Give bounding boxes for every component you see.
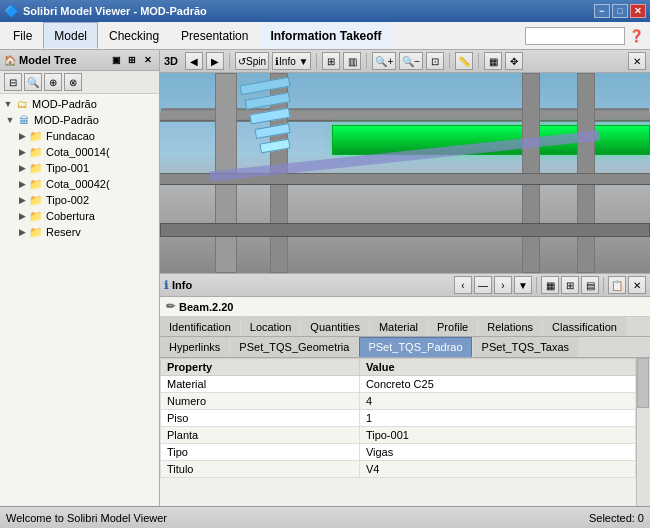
pan-btn[interactable]: ✥ [505, 52, 523, 70]
menu-model[interactable]: Model [43, 22, 98, 49]
prop-cell-value: 1 [359, 410, 635, 427]
sep4 [449, 53, 450, 69]
info-col-btn[interactable]: ▤ [581, 276, 599, 294]
info-toolbar: ℹ Info ‹ — › ▼ ▦ ⊞ ▤ 📋 ✕ [160, 274, 650, 297]
help-icon[interactable]: ❓ [629, 29, 644, 43]
element-label-row: ✏ Beam.2.20 [160, 297, 650, 317]
tree-item-cota2[interactable]: ▶ 📁 Cota_00042( [0, 176, 159, 192]
prop-cell-property: Material [161, 376, 360, 393]
expander-root: ▼ [2, 99, 14, 109]
viewer-3d-panel[interactable] [160, 73, 650, 273]
info-prev-btn[interactable]: ‹ [454, 276, 472, 294]
tree-item-reserv[interactable]: ▶ 📁 Reserv [0, 224, 159, 240]
info-down-btn[interactable]: ▼ [514, 276, 532, 294]
tab-quantities[interactable]: Quantities [301, 317, 369, 336]
info-grid-btn[interactable]: ▦ [541, 276, 559, 294]
nav-fwd-btn[interactable]: ▶ [206, 52, 224, 70]
view-mode-btn[interactable]: ▥ [343, 52, 361, 70]
sidebar-close-icon[interactable]: ✕ [141, 53, 155, 67]
zoom-fit-btn[interactable]: ⊡ [426, 52, 444, 70]
prop-cell-value: 4 [359, 393, 635, 410]
search-input[interactable] [525, 27, 625, 45]
sidebar: 🏠 Model Tree ▣ ⊞ ✕ ⊟ 🔍 ⊕ ⊗ ▼ 🗂 MOD-Padrã… [0, 50, 160, 506]
tab-classification[interactable]: Classification [543, 317, 626, 336]
menu-bar: File Model Checking Presentation Informa… [0, 22, 650, 50]
sidebar-add-btn[interactable]: ⊕ [44, 73, 62, 91]
tab-identification[interactable]: Identification [160, 317, 240, 336]
tree-item-tipo002[interactable]: ▶ 📁 Tipo-002 [0, 192, 159, 208]
scene-overlay [160, 73, 650, 273]
prop-cell-property: Planta [161, 427, 360, 444]
scrollbar[interactable] [636, 358, 650, 506]
tab-material[interactable]: Material [370, 317, 427, 336]
view-full-btn[interactable]: ⊞ [322, 52, 340, 70]
tree-label-cota2: Cota_00042( [46, 178, 157, 190]
tree-label-fundacao: Fundacao [46, 130, 157, 142]
title-bar-left: 🔷 Solibri Model Viewer - MOD-Padrão [4, 4, 207, 18]
spin-btn[interactable]: ↺ Spin [235, 52, 269, 70]
tipo001-icon: 📁 [28, 161, 44, 175]
sidebar-del-btn[interactable]: ⊗ [64, 73, 82, 91]
info-export-btn[interactable]: 📋 [608, 276, 626, 294]
fundacao-icon: 📁 [28, 129, 44, 143]
expander-cobertura: ▶ [16, 211, 28, 221]
measure-btn[interactable]: 📏 [455, 52, 473, 70]
info-next-btn[interactable]: › [494, 276, 512, 294]
prop-cell-property: Tipo [161, 444, 360, 461]
main-layout: 🏠 Model Tree ▣ ⊞ ✕ ⊟ 🔍 ⊕ ⊗ ▼ 🗂 MOD-Padrã… [0, 50, 650, 506]
zoom-in-btn[interactable]: 🔍+ [372, 52, 396, 70]
grid-btn[interactable]: ▦ [484, 52, 502, 70]
viewer-close-btn[interactable]: ✕ [628, 52, 646, 70]
tree-item-root[interactable]: ▼ 🗂 MOD-Padrão [0, 96, 159, 112]
tab-relations[interactable]: Relations [478, 317, 542, 336]
info-close-btn[interactable]: ✕ [628, 276, 646, 294]
close-button[interactable]: ✕ [630, 4, 646, 18]
status-text: Welcome to Solibri Model Viewer [6, 512, 167, 524]
menu-information-takeoff[interactable]: Information Takeoff [259, 22, 392, 49]
slab-lower [160, 223, 650, 237]
tree-item-cota1[interactable]: ▶ 📁 Cota_00014( [0, 144, 159, 160]
sidebar-expand-icon[interactable]: ⊞ [125, 53, 139, 67]
minimize-button[interactable]: − [594, 4, 610, 18]
info-table-btn[interactable]: ⊞ [561, 276, 579, 294]
expander-cota1: ▶ [16, 147, 28, 157]
tree-label-tipo001: Tipo-001 [46, 162, 157, 174]
cota1-icon: 📁 [28, 145, 44, 159]
info-dash-btn: — [474, 276, 492, 294]
info-title: Info [172, 279, 454, 291]
menu-presentation[interactable]: Presentation [170, 22, 259, 49]
tree-item-model[interactable]: ▼ 🏛 MOD-Padrão [0, 112, 159, 128]
sidebar-filter-btn[interactable]: ⊟ [4, 73, 22, 91]
tree-item-fundacao[interactable]: ▶ 📁 Fundacao [0, 128, 159, 144]
right-panel: 3D ◀ ▶ ↺ Spin ℹ Info ▼ ⊞ ▥ 🔍+ 🔍− ⊡ 📏 ▦ ✥… [160, 50, 650, 506]
status-right: Selected: 0 [589, 512, 644, 524]
sidebar-collapse-icon[interactable]: ▣ [109, 53, 123, 67]
prop-cell-value: V4 [359, 461, 635, 478]
tab-profile[interactable]: Profile [428, 317, 477, 336]
sep3 [366, 53, 367, 69]
sep5 [478, 53, 479, 69]
nav-back-btn[interactable]: ◀ [185, 52, 203, 70]
zoom-out-btn[interactable]: 🔍− [399, 52, 423, 70]
tab-pset-geometria[interactable]: PSet_TQS_Geometria [230, 337, 358, 357]
model-icon: 🏛 [16, 113, 32, 127]
tree-label-cobertura: Cobertura [46, 210, 157, 222]
tab-location[interactable]: Location [241, 317, 301, 336]
sidebar-search-btn[interactable]: 🔍 [24, 73, 42, 91]
expander-cota2: ▶ [16, 179, 28, 189]
properties-table: Property Value MaterialConcreto C25Numer… [160, 358, 636, 478]
home-icon: 🏠 [4, 55, 16, 66]
maximize-button[interactable]: □ [612, 4, 628, 18]
tab-pset-padrao[interactable]: PSet_TQS_Padrao [359, 337, 471, 357]
tree-item-tipo001[interactable]: ▶ 📁 Tipo-001 [0, 160, 159, 176]
prop-table: Property Value MaterialConcreto C25Numer… [160, 358, 636, 506]
tab-hyperlinks[interactable]: Hyperlinks [160, 337, 229, 357]
viewer-toolbar: 3D ◀ ▶ ↺ Spin ℹ Info ▼ ⊞ ▥ 🔍+ 🔍− ⊡ 📏 ▦ ✥… [160, 50, 650, 73]
tipo002-icon: 📁 [28, 193, 44, 207]
tree-item-cobertura[interactable]: ▶ 📁 Cobertura [0, 208, 159, 224]
tab-pset-taxas[interactable]: PSet_TQS_Taxas [473, 337, 578, 357]
info-btn[interactable]: ℹ Info ▼ [272, 52, 311, 70]
menu-checking[interactable]: Checking [98, 22, 170, 49]
sidebar-title: 🏠 Model Tree [4, 54, 77, 66]
menu-file[interactable]: File [2, 22, 43, 49]
